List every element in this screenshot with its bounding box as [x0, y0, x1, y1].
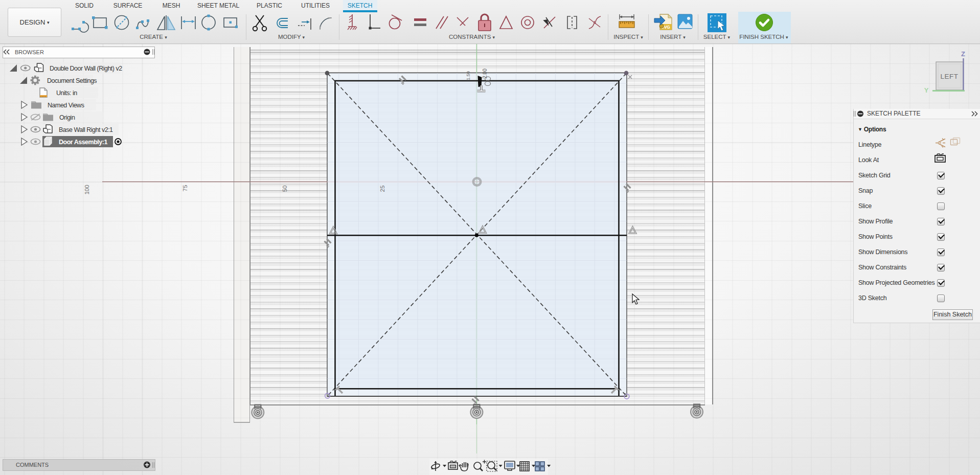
- svg-text:1.50: 1.50: [466, 71, 471, 80]
- svg-text:Units: in: Units: in: [56, 89, 77, 97]
- svg-text:50: 50: [282, 186, 288, 192]
- svg-text:75: 75: [182, 185, 188, 192]
- svg-text:100: 100: [84, 185, 90, 194]
- svg-text:Named Views: Named Views: [48, 102, 84, 109]
- svg-text:Double Door Wall (Right) v2: Double Door Wall (Right) v2: [50, 65, 122, 72]
- svg-text:25: 25: [379, 186, 385, 192]
- svg-text:Document Settings: Document Settings: [47, 77, 97, 84]
- svg-text:Base Wall Right v2:1: Base Wall Right v2:1: [59, 126, 113, 133]
- svg-text:Origin: Origin: [59, 114, 75, 121]
- svg-text:Door Assembly:1: Door Assembly:1: [59, 139, 107, 146]
